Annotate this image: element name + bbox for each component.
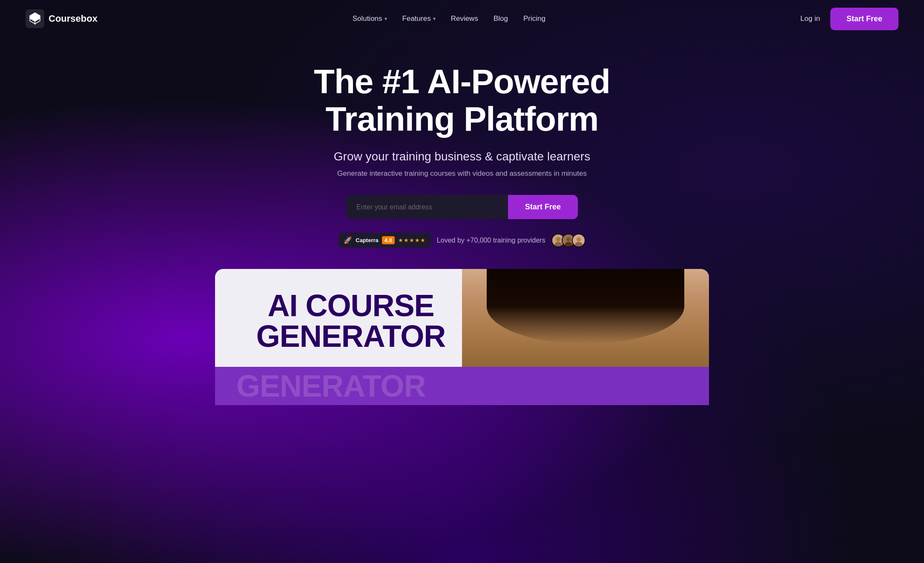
logo-text: Coursebox [49, 13, 98, 24]
nav-item-features[interactable]: Features ▾ [402, 14, 436, 23]
social-proof: 🚀 Capterra 4.8 ★★★★★ Loved by +70,000 tr… [9, 233, 915, 248]
nav-actions: Log in Start Free [801, 8, 898, 30]
svg-point-2 [556, 237, 560, 242]
capterra-label: Capterra [356, 237, 378, 243]
navbar: Coursebox Solutions ▾ Features ▾ Reviews [0, 0, 924, 37]
loved-by-text: Loved by +70,000 training providers [437, 237, 545, 244]
capterra-badge: 🚀 Capterra 4.8 ★★★★★ [339, 233, 431, 248]
avatars [551, 234, 585, 247]
cta-form: Start Free [9, 195, 915, 219]
svg-point-8 [576, 237, 581, 242]
nav-item-reviews[interactable]: Reviews [451, 14, 478, 23]
logo-icon [26, 9, 44, 28]
preview-purple-bar: GENERATOR [215, 367, 709, 405]
hero-section: The #1 AI-Powered Training Platform Grow… [0, 37, 924, 422]
email-input[interactable] [346, 195, 508, 219]
svg-point-5 [566, 237, 571, 242]
logo-link[interactable]: Coursebox [26, 9, 98, 28]
capterra-stars: ★★★★★ [398, 237, 426, 243]
nav-item-blog[interactable]: Blog [494, 14, 508, 23]
hero-title: The #1 AI-Powered Training Platform [270, 63, 654, 138]
login-button[interactable]: Log in [801, 14, 820, 23]
hero-description: Generate interactive training courses wi… [9, 169, 915, 178]
preview-generator-text: GENERATOR [236, 369, 425, 403]
preview-ai-course-text: AI COURSE GENERATOR [236, 290, 465, 352]
person-hair [487, 269, 684, 344]
start-free-hero-button[interactable]: Start Free [508, 195, 578, 219]
capterra-rocket-icon: 🚀 [344, 236, 352, 244]
nav-item-solutions[interactable]: Solutions ▾ [353, 14, 387, 23]
chevron-down-icon: ▾ [433, 16, 436, 22]
capterra-score: 4.8 [382, 236, 395, 244]
start-free-nav-button[interactable]: Start Free [830, 8, 898, 30]
preview-card: AI COURSE GENERATOR GENERATOR [215, 269, 709, 405]
nav-links: Solutions ▾ Features ▾ Reviews Blog [353, 14, 545, 23]
preview-card-inner: AI COURSE GENERATOR GENERATOR [215, 269, 709, 405]
nav-item-pricing[interactable]: Pricing [523, 14, 545, 23]
avatar-3 [572, 234, 585, 247]
chevron-down-icon: ▾ [385, 16, 387, 22]
avatar-person-icon [573, 234, 585, 247]
hero-subtitle: Grow your training business & captivate … [9, 150, 915, 163]
